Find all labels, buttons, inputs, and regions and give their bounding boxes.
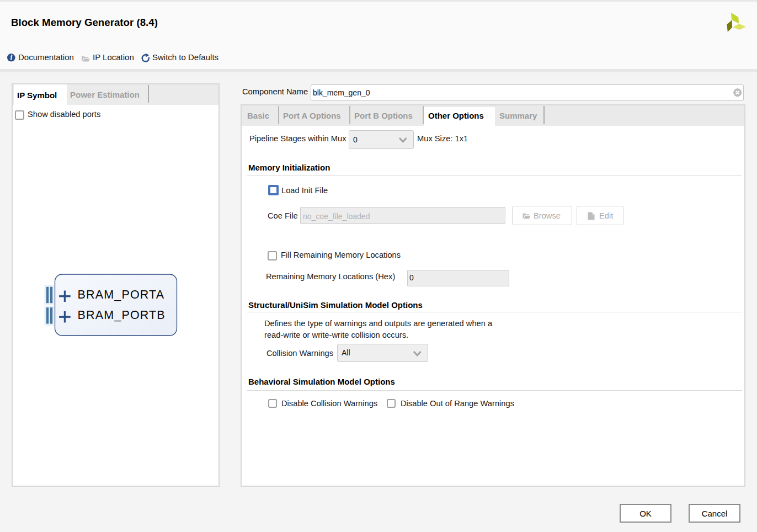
svg-text:BRAM_PORTA: BRAM_PORTA — [78, 288, 165, 301]
svg-text:BRAM_PORTB: BRAM_PORTB — [78, 308, 166, 322]
